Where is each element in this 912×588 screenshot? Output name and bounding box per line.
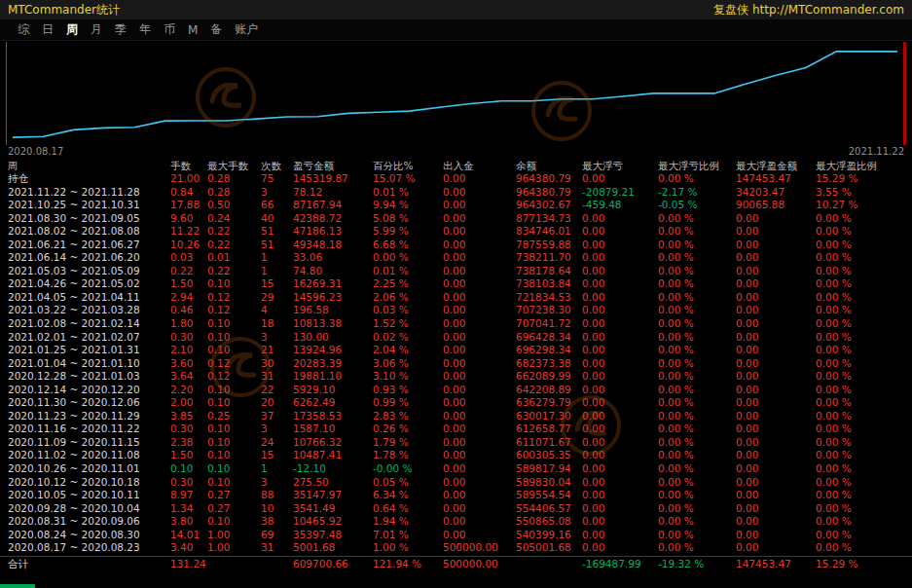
menu-item-5[interactable]: 年 (139, 21, 151, 38)
value-cell: 13924.96 (293, 344, 373, 357)
table-row[interactable]: 2021.05.03 ~ 2021.05.090.220.22174.800.0… (0, 265, 912, 278)
table-row[interactable]: 2021.01.04 ~ 2021.01.103.600.123020283.3… (0, 357, 912, 371)
menu-item-9[interactable]: 账户 (235, 21, 258, 38)
value-cell: 0.01 % (373, 265, 443, 278)
value-cell: 0.00 (736, 370, 816, 384)
table-row[interactable]: 2021.08.02 ~ 2021.08.0811.220.225147186.… (0, 225, 912, 239)
value-cell: 0.00 (582, 515, 658, 529)
value-cell: 2.38 (170, 436, 207, 450)
value-cell: 0.00 (443, 265, 516, 278)
table-row[interactable]: 2020.10.12 ~ 2020.10.180.300.103275.500.… (0, 476, 912, 490)
table-row[interactable]: 2020.11.09 ~ 2020.11.152.380.102410766.3… (0, 436, 912, 450)
value-cell: 0.00 (443, 331, 516, 345)
table-row[interactable]: 2021.03.22 ~ 2021.03.280.460.124196.580.… (0, 304, 912, 317)
table-row[interactable]: 2020.11.16 ~ 2020.11.220.300.1031587.100… (0, 423, 912, 436)
value-cell: 0.00 % (658, 251, 736, 265)
menu-item-3[interactable]: 月 (91, 21, 102, 38)
value-cell: 0.00 % (816, 291, 912, 305)
table-row[interactable]: 2020.08.31 ~ 2020.09.063.800.103810465.9… (0, 515, 912, 529)
value-cell: 0.00 (443, 370, 516, 384)
value-cell: 1.79 % (373, 436, 443, 450)
menu-item-0[interactable]: 综 (18, 21, 29, 38)
value-cell: 696428.34 (516, 331, 582, 345)
value-cell: 0.00 % (816, 251, 912, 265)
menu-item-6[interactable]: 币 (164, 21, 175, 38)
menu-item-2[interactable]: 周 (66, 21, 78, 38)
value-cell: 0.00 % (658, 396, 736, 410)
table-row[interactable]: 2021.10.25 ~ 2021.10.3117.880.506687167.… (0, 199, 912, 212)
value-cell: 0.00 (443, 476, 516, 490)
value-cell: 10465.92 (293, 515, 373, 529)
value-cell: 0.00 % (816, 317, 912, 331)
value-cell: 3.60 (170, 357, 207, 371)
value-cell: 0.00 (443, 239, 516, 252)
value-cell: 22 (261, 384, 293, 397)
table-row[interactable]: 2020.08.17 ~ 2020.08.233.401.00315001.68… (0, 541, 912, 555)
value-cell: 0.00 (443, 436, 516, 450)
value-cell: 0.12 (207, 291, 261, 305)
table-row[interactable]: 2021.06.14 ~ 2021.06.200.030.01133.060.0… (0, 251, 912, 265)
table-row[interactable]: 持仓21.000.2875145319.8715.07 %0.00964380.… (0, 172, 912, 186)
value-cell: -459.48 (582, 199, 658, 212)
table-row[interactable]: 2021.04.05 ~ 2021.04.112.940.122914596.2… (0, 291, 912, 305)
value-cell: 0.12 (207, 304, 261, 317)
value-cell: 1 (261, 265, 293, 278)
value-cell: 18 (261, 317, 293, 331)
value-cell: 0.00 (736, 476, 816, 490)
menu-item-4[interactable]: 季 (115, 21, 127, 38)
period-cell: 2021.03.22 ~ 2021.03.28 (8, 304, 170, 317)
table-row[interactable]: 2020.10.26 ~ 2020.11.010.100.101-12.10-0… (0, 462, 912, 476)
value-cell: 17358.53 (293, 410, 373, 423)
value-cell: 0.00 (582, 489, 658, 502)
value-cell: 0.00 (736, 515, 816, 529)
value-cell: 0.00 (582, 436, 658, 450)
menu-item-7[interactable]: M (188, 23, 198, 37)
table-row[interactable]: 2020.11.23 ~ 2020.11.293.850.253717358.5… (0, 410, 912, 423)
value-cell: 40 (261, 212, 293, 226)
value-cell: 8.97 (170, 489, 207, 502)
table-row[interactable]: 2020.12.28 ~ 2021.01.033.640.123119881.1… (0, 370, 912, 384)
total-row[interactable]: 合计131.24609700.66121.94 %500000.00-16948… (0, 556, 912, 570)
table-row[interactable]: 2020.09.28 ~ 2020.10.041.340.27103541.49… (0, 502, 912, 516)
table-row[interactable]: 2021.11.22 ~ 2021.11.280.840.28378.120.0… (0, 186, 912, 200)
value-cell: 0.00 (443, 225, 516, 239)
value-cell: 10.26 (170, 239, 207, 252)
value-cell: 2.06 % (373, 291, 443, 305)
value-cell: 0.00 % (658, 212, 736, 226)
table-row[interactable]: 2020.12.14 ~ 2020.12.202.200.10225929.10… (0, 384, 912, 397)
value-cell: 0.00 % (658, 172, 736, 186)
bottom-green-strip (0, 584, 35, 588)
value-cell: 0.10 (207, 423, 261, 436)
value-cell: 24 (261, 436, 293, 450)
table-row[interactable]: 2021.08.30 ~ 2021.09.059.600.244042388.7… (0, 212, 912, 226)
value-cell: 0.00 % (816, 344, 912, 357)
value-cell: 642208.89 (516, 384, 582, 397)
table-row[interactable]: 2020.08.24 ~ 2020.08.3014.011.006935397.… (0, 529, 912, 542)
value-cell: 0.00 (582, 212, 658, 226)
table-row[interactable]: 2021.02.08 ~ 2021.02.141.800.101810813.3… (0, 317, 912, 331)
value-cell: 0.02 % (373, 331, 443, 345)
table-row[interactable]: 2021.06.21 ~ 2021.06.2710.260.225149348.… (0, 239, 912, 252)
value-cell: 0.00 % (658, 344, 736, 357)
value-cell (261, 557, 293, 570)
value-cell: 14.01 (170, 529, 207, 542)
menu-item-1[interactable]: 日 (42, 21, 54, 38)
menu-item-8[interactable]: 备 (210, 21, 222, 38)
table-row[interactable]: 2021.02.01 ~ 2021.02.070.300.103130.000.… (0, 331, 912, 345)
value-cell: 3 (261, 331, 293, 345)
table-row[interactable]: 2020.10.05 ~ 2020.10.118.970.278835147.9… (0, 489, 912, 502)
table-row[interactable]: 2021.01.25 ~ 2021.01.312.100.102113924.9… (0, 344, 912, 357)
value-cell: 0.00 (443, 291, 516, 305)
table-row[interactable]: 2021.04.26 ~ 2021.05.021.500.101516269.3… (0, 277, 912, 291)
value-cell: 0.00 % (658, 370, 736, 384)
value-cell: 1.00 (207, 541, 261, 555)
value-cell: 0.10 (207, 396, 261, 410)
value-cell: 2.00 (170, 396, 207, 410)
value-cell: 0.00 (443, 251, 516, 265)
value-cell: 0.00 (736, 291, 816, 305)
value-cell: 9.60 (170, 212, 207, 226)
table-row[interactable]: 2020.11.30 ~ 2020.12.062.000.10206262.49… (0, 396, 912, 410)
table-row[interactable]: 2020.11.02 ~ 2020.11.081.500.101510487.4… (0, 449, 912, 462)
value-cell: 0.00 (736, 384, 816, 397)
value-cell: 0.00 % (658, 317, 736, 331)
